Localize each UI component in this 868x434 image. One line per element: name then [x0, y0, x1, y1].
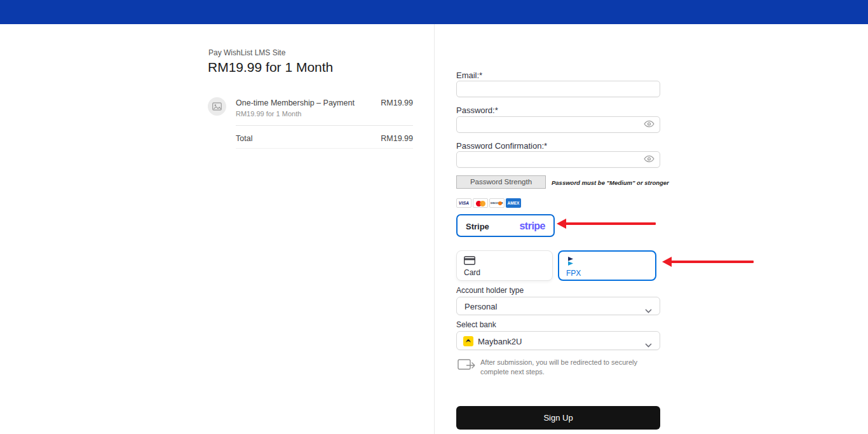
card-icon — [464, 256, 475, 268]
gateway-name: Stripe — [466, 222, 489, 231]
image-icon — [212, 102, 222, 111]
redirect-note: After submission, you will be redirected… — [480, 358, 641, 377]
password-visibility-toggle[interactable] — [643, 120, 654, 129]
password-confirmation-field[interactable] — [456, 151, 660, 168]
site-name-label: Pay WishList LMS Site — [208, 48, 285, 57]
payment-tab-card[interactable]: Card — [456, 250, 553, 281]
account-holder-type-label: Account holder type — [456, 286, 524, 295]
total-value: RM19.99 — [349, 134, 413, 143]
stripe-gateway-option[interactable]: Stripe stripe — [456, 214, 555, 237]
email-label: Email:* — [456, 71, 482, 80]
line-item-description: RM19.99 for 1 Month — [236, 110, 301, 118]
email-field[interactable] — [456, 81, 660, 97]
payment-tab-fpx[interactable]: FPX — [558, 250, 656, 281]
arrow-shaft — [565, 222, 656, 225]
password-strength-hint: Password must be "Medium" or stronger — [552, 179, 669, 186]
mastercard-orange-circle — [480, 201, 485, 207]
password-strength-meter: Password Strength — [456, 175, 546, 189]
payment-tab-card-label: Card — [464, 268, 480, 277]
amex-badge-text: AMEX — [508, 201, 520, 205]
registration-form: Email:* Password:* Password Confirmation… — [456, 0, 660, 434]
redirect-icon — [458, 358, 477, 375]
chevron-down-icon — [645, 304, 652, 316]
visa-badge-icon: VISA — [456, 198, 471, 208]
summary-divider-bottom — [236, 148, 413, 149]
top-navigation-bar — [0, 0, 868, 24]
select-bank-label: Select bank — [456, 320, 496, 329]
payment-tab-fpx-label: FPX — [566, 269, 581, 278]
fpx-icon — [566, 257, 574, 268]
stripe-logo: stripe — [519, 220, 545, 232]
chevron-down-icon — [645, 339, 652, 350]
line-item-name: One-time Membership – Payment — [236, 98, 355, 107]
password-confirmation-visibility-toggle[interactable] — [643, 155, 654, 164]
summary-divider — [236, 125, 413, 126]
line-item-price: RM19.99 — [349, 98, 413, 107]
mastercard-badge-icon — [473, 198, 488, 208]
total-label: Total — [236, 134, 252, 143]
product-image-placeholder-icon — [208, 97, 226, 116]
fpx-pointer-arrow — [662, 257, 754, 267]
bank-value: Maybank2U — [478, 337, 522, 346]
arrow-shaft — [670, 261, 754, 263]
amex-badge-icon: AMEX — [506, 198, 521, 208]
discover-badge-icon: DISCOVER — [489, 198, 505, 208]
column-divider — [434, 24, 435, 434]
eye-icon — [644, 155, 654, 163]
account-holder-type-select[interactable]: Personal — [456, 297, 660, 315]
bank-select[interactable]: Maybank2U — [456, 331, 660, 350]
checkout-price-title: RM19.99 for 1 Month — [208, 60, 333, 75]
password-confirmation-label: Password Confirmation:* — [456, 141, 547, 151]
eye-icon — [644, 120, 654, 128]
account-holder-type-value: Personal — [465, 302, 497, 311]
visa-badge-text: VISA — [459, 201, 469, 205]
password-label: Password:* — [456, 105, 498, 115]
accepted-card-brands: VISA DISCOVER AMEX — [456, 198, 521, 208]
discover-orange-dot — [498, 201, 502, 205]
password-field[interactable] — [456, 116, 660, 133]
stripe-pointer-arrow — [557, 219, 656, 229]
sign-up-button[interactable]: Sign Up — [456, 406, 660, 430]
maybank-icon — [463, 336, 473, 346]
